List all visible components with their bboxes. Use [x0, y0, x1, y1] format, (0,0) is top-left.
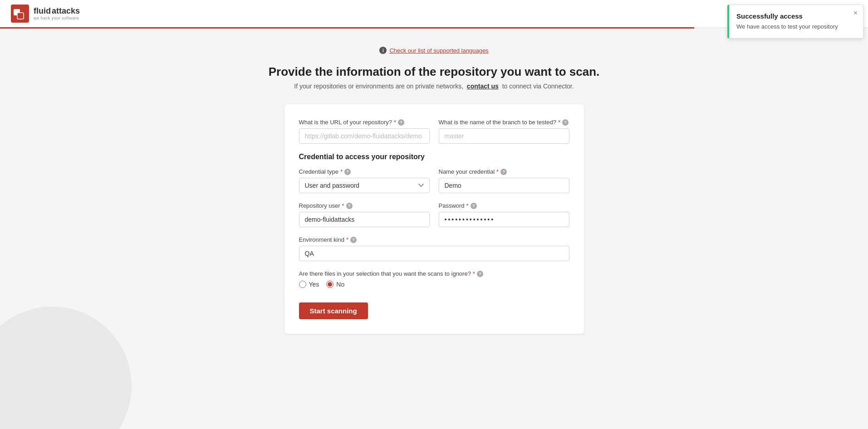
supported-languages-link[interactable]: i Check our list of supported languages	[379, 47, 488, 54]
svg-rect-2	[17, 13, 24, 19]
notification-body: We have access to test your repository	[736, 23, 847, 31]
repo-user-label: Repository user * ?	[299, 202, 430, 209]
env-kind-help-icon[interactable]: ?	[350, 237, 357, 243]
password-group: Password * ?	[439, 202, 569, 227]
credential-type-label: Credential type * ?	[299, 168, 430, 175]
credential-name-required: *	[496, 168, 499, 175]
radio-yes-text: Yes	[309, 281, 319, 288]
ignore-help-icon[interactable]: ?	[477, 271, 483, 277]
env-kind-input[interactable]	[299, 246, 569, 261]
ignore-radio-group: Yes No	[299, 281, 569, 288]
url-branch-row: What is the URL of your repository? * ? …	[299, 119, 569, 144]
contact-us-link[interactable]: contact us	[467, 83, 499, 90]
ignore-files-section: Are there files in your selection that y…	[299, 270, 569, 288]
password-input[interactable]	[439, 212, 569, 227]
form-card: What is the URL of your repository? * ? …	[284, 104, 584, 334]
page-subtitle: If your repositories or environments are…	[294, 83, 574, 90]
env-kind-row: Environment kind * ?	[299, 236, 569, 261]
url-group: What is the URL of your repository? * ?	[299, 119, 430, 144]
credential-name-label: Name your credential * ?	[439, 168, 569, 175]
repo-user-required: *	[342, 202, 344, 209]
url-input[interactable]	[299, 128, 430, 144]
logo-tagline: we hack your software	[34, 16, 80, 20]
logo-attacks-text: attacks	[52, 7, 80, 16]
url-label: What is the URL of your repository? * ?	[299, 119, 430, 126]
env-kind-label: Environment kind * ?	[299, 236, 569, 243]
start-scanning-button[interactable]: Start scanning	[299, 302, 368, 319]
branch-help-icon[interactable]: ?	[562, 119, 569, 126]
repo-user-input[interactable]	[299, 212, 430, 227]
credential-section-title: Credential to access your repository	[299, 153, 569, 161]
main-content: i Check our list of supported languages …	[0, 29, 868, 352]
notification-close-button[interactable]: ×	[853, 10, 858, 17]
env-kind-group: Environment kind * ?	[299, 236, 569, 261]
notification-title: Successfully access	[736, 12, 847, 20]
env-kind-required: *	[346, 236, 348, 243]
radio-yes-label[interactable]: Yes	[299, 281, 319, 288]
ignore-required: *	[473, 270, 475, 277]
branch-group: What is the name of the branch to be tes…	[439, 119, 569, 144]
logo: fluid attacks we hack your software	[11, 5, 80, 23]
subtitle-prefix: If your repositories or environments are…	[294, 83, 463, 90]
repo-user-group: Repository user * ?	[299, 202, 430, 227]
repo-user-password-row: Repository user * ? Password * ?	[299, 202, 569, 227]
fluid-attacks-logo-icon	[11, 5, 29, 23]
info-icon: i	[379, 47, 387, 54]
radio-no-label[interactable]: No	[326, 281, 344, 288]
credential-name-help-icon[interactable]: ?	[500, 169, 507, 175]
branch-input[interactable]	[439, 128, 569, 144]
credential-name-input[interactable]	[439, 178, 569, 193]
radio-yes-input[interactable]	[299, 281, 306, 288]
credential-type-required: *	[340, 168, 343, 175]
branch-required: *	[558, 119, 560, 126]
credential-type-help-icon[interactable]: ?	[344, 169, 351, 175]
radio-no-text: No	[336, 281, 344, 288]
password-help-icon[interactable]: ?	[471, 203, 477, 209]
credential-type-group: Credential type * ? User and password SS…	[299, 168, 430, 193]
credential-type-select[interactable]: User and password SSH Key Token	[299, 178, 430, 193]
subtitle-suffix: to connect via Connector.	[502, 83, 574, 90]
password-label: Password * ?	[439, 202, 569, 209]
password-required: *	[466, 202, 469, 209]
repo-user-help-icon[interactable]: ?	[346, 203, 353, 209]
url-required: *	[394, 119, 396, 126]
ignore-question-label: Are there files in your selection that y…	[299, 270, 569, 277]
radio-no-input[interactable]	[326, 281, 333, 288]
branch-label: What is the name of the branch to be tes…	[439, 119, 569, 126]
url-help-icon[interactable]: ?	[398, 119, 404, 126]
credential-type-name-row: Credential type * ? User and password SS…	[299, 168, 569, 193]
logo-fluid-text: fluid	[34, 7, 51, 16]
notification-popup: × Successfully access We have access to …	[727, 5, 863, 39]
credential-name-group: Name your credential * ?	[439, 168, 569, 193]
page-title: Provide the information of the repositor…	[269, 65, 600, 79]
supported-languages-text: Check our list of supported languages	[389, 47, 488, 54]
